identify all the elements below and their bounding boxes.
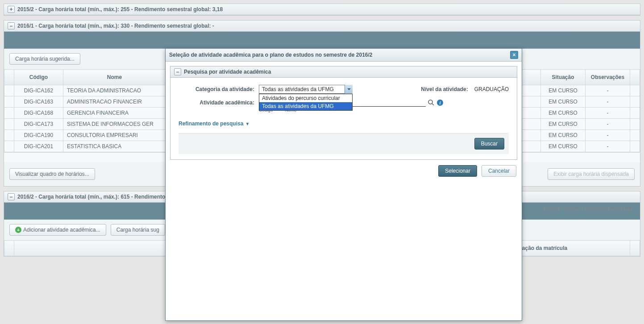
cell-codigo: DIG-ICA173 [14, 119, 63, 130]
col-nome: Nome [63, 70, 166, 85]
chevron-down-icon [345, 85, 353, 94]
cell-nome: TEORIA DA ADMINISTRACAO [63, 85, 166, 96]
categoria-dropdown[interactable]: Todas as atividades da UFMG Atividades d… [259, 85, 353, 94]
carga-sugerida-button[interactable]: Carga horária sugerida... [9, 53, 80, 65]
search-panel-title: Pesquisa por atividade acadêmica [184, 69, 271, 75]
cell-nome: CONSULTORIA EMPRESARI [63, 130, 166, 141]
search-icon[interactable] [428, 99, 435, 106]
adicionar-atividade-button[interactable]: +Adicionar atividade acadêmica... [9, 224, 106, 236]
cell-codigo: DIG-ICA190 [14, 130, 63, 141]
cell-obs: - [586, 141, 630, 152]
cell-codigo: DIG-ICA168 [14, 108, 63, 119]
buscar-button[interactable]: Buscar [474, 138, 504, 150]
svg-line-1 [432, 104, 434, 105]
collapse-icon[interactable]: – [174, 68, 181, 75]
dropdown-option[interactable]: Todas as atividades da UFMG [259, 102, 352, 110]
col-obs: Observações [586, 70, 630, 85]
cell-obs: - [586, 96, 630, 108]
cell-obs: - [586, 130, 630, 141]
visualizar-quadro-button[interactable]: Visualizar quadro de horários... [9, 168, 95, 180]
panel-title: 2016/1 - Carga horária total (mín., máx.… [17, 23, 214, 29]
cell-situacao: EM CURSO [541, 130, 586, 141]
cell-codigo: DIG-ICA162 [14, 85, 63, 96]
section-bar [4, 32, 640, 49]
collapse-icon[interactable]: – [8, 193, 15, 200]
expand-icon[interactable]: + [8, 6, 15, 13]
semester-panel-2015-2: + 2015/2 - Carga horária total (mín., má… [4, 4, 640, 16]
modal-title: Seleção de atividade acadêmica para o pl… [169, 52, 373, 58]
dropdown-option[interactable]: Atividades do percurso curricular [259, 94, 352, 102]
legend-oferta: Previsão de oferta ainda não cadastrada [544, 206, 632, 212]
label-atividade: Atividade acadêmica: [179, 98, 259, 106]
cell-nome: SISTEMA DE INFORMACOES GER [63, 119, 166, 130]
panel-title: 2016/2 - Carga horária total (mín., máx.… [17, 194, 165, 200]
cell-nome: GERENCIA FINANCEIRA [63, 108, 166, 119]
cancelar-button[interactable]: Cancelar [482, 165, 516, 177]
panel-title: 2015/2 - Carga horária total (mín., máx.… [17, 6, 223, 12]
cell-obs: - [586, 108, 630, 119]
label-categoria: Categoria da atividade: [179, 85, 259, 92]
close-icon[interactable]: × [510, 51, 518, 59]
col-codigo: Código [14, 70, 63, 85]
carga-sugerida-button[interactable]: Carga horária sug [111, 224, 165, 236]
cell-situacao: EM CURSO [541, 108, 586, 119]
refine-search-link[interactable]: Refinamento de pesquisa ▼ [179, 120, 249, 127]
label-nivel: Nível da atividade: [421, 86, 468, 92]
cell-situacao: EM CURSO [541, 96, 586, 108]
activity-selection-modal: Seleção de atividade acadêmica para o pl… [165, 48, 522, 265]
cell-codigo: DIG-ICA201 [14, 141, 63, 152]
cell-situacao: EM CURSO [541, 141, 586, 152]
cell-obs: - [586, 119, 630, 130]
cell-situacao: EM CURSO [541, 85, 586, 96]
col-situacao: Situação [541, 70, 586, 85]
cell-situacao: EM CURSO [541, 119, 586, 130]
svg-point-0 [428, 100, 432, 104]
nivel-value: GRADUAÇÃO [474, 86, 509, 92]
plus-icon: + [15, 227, 21, 233]
search-panel: – Pesquisa por atividade acadêmica Categ… [170, 66, 517, 160]
cell-obs: - [586, 85, 630, 96]
dropdown-list: Atividades do percurso curricular Todas … [259, 94, 353, 111]
cell-nome: ADMINISTRACAO FINANCEIR [63, 96, 166, 108]
chevron-down-icon: ▼ [245, 121, 249, 126]
info-icon[interactable]: i [436, 99, 444, 106]
collapse-icon[interactable]: – [8, 22, 15, 29]
selecionar-button[interactable]: Selecionar [438, 165, 477, 177]
exibir-carga-dispensada-button[interactable]: Exibir carga horária dispensada [548, 168, 635, 180]
cell-codigo: DIG-ICA163 [14, 96, 63, 108]
cell-nome: ESTATISTICA BASICA [63, 141, 166, 152]
